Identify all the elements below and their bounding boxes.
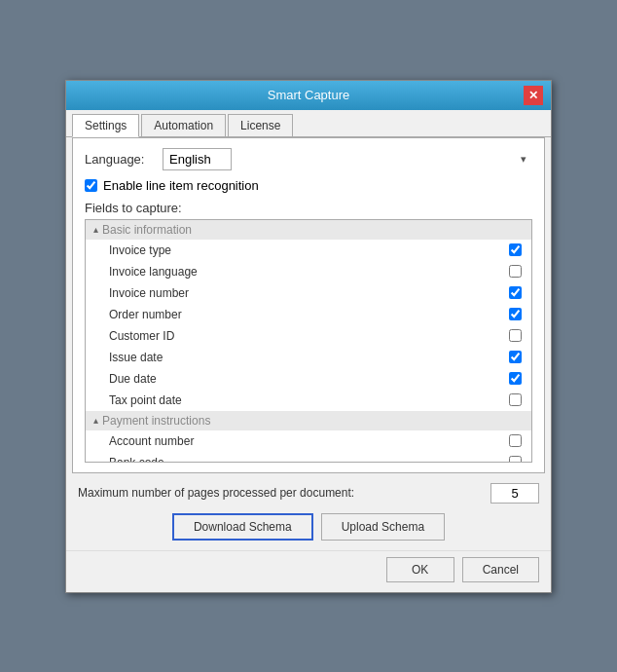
checkbox-invoice-number[interactable] [509, 286, 522, 299]
language-select-wrapper: English [163, 148, 532, 170]
settings-content: Language: English Enable line item recog… [72, 137, 545, 473]
cancel-button[interactable]: Cancel [462, 557, 539, 582]
tab-license[interactable]: License [228, 114, 293, 136]
window-title: Smart Capture [93, 88, 524, 102]
max-pages-input[interactable] [490, 483, 539, 504]
tab-automation[interactable]: Automation [141, 114, 226, 136]
bottom-section: Maximum number of pages processed per do… [66, 473, 551, 541]
section-payment-label: Payment instructions [102, 414, 210, 428]
fields-container[interactable]: ▴ Basic information Invoice type Invoice… [85, 219, 532, 463]
enable-line-item-checkbox[interactable] [85, 179, 97, 192]
field-invoice-language: Invoice language [86, 261, 531, 282]
ok-button[interactable]: OK [386, 557, 454, 582]
checkbox-account-number[interactable] [509, 434, 522, 447]
enable-line-item-label: Enable line item recognition [103, 178, 259, 193]
tab-bar: Settings Automation License [66, 110, 551, 137]
max-pages-row: Maximum number of pages processed per do… [78, 483, 539, 504]
field-customer-id: Customer ID [86, 325, 531, 347]
checkbox-due-date[interactable] [509, 372, 522, 385]
tab-settings[interactable]: Settings [72, 114, 139, 137]
fields-label: Fields to capture: [85, 201, 532, 215]
section-basic-information: ▴ Basic information [86, 220, 531, 240]
language-row: Language: English [85, 148, 532, 170]
ok-cancel-row: OK Cancel [66, 550, 551, 592]
collapse-arrow-basic: ▴ [93, 224, 98, 235]
section-basic-label: Basic information [102, 223, 192, 237]
enable-line-item-row: Enable line item recognition [85, 178, 532, 193]
close-button[interactable]: ✕ [524, 86, 543, 105]
checkbox-bank-code[interactable] [509, 456, 522, 463]
field-issue-date: Issue date [86, 347, 531, 368]
checkbox-tax-point-date[interactable] [509, 393, 522, 406]
language-label: Language: [85, 152, 163, 167]
checkbox-customer-id[interactable] [509, 329, 522, 342]
checkbox-order-number[interactable] [509, 308, 522, 320]
language-select[interactable]: English [163, 148, 232, 170]
field-account-number: Account number [86, 430, 531, 452]
smart-capture-window: Smart Capture ✕ Settings Automation Lice… [65, 80, 552, 593]
field-order-number: Order number [86, 304, 531, 325]
section-payment-instructions: ▴ Payment instructions [86, 411, 531, 430]
field-tax-point-date: Tax point date [86, 390, 531, 411]
field-invoice-type: Invoice type [86, 240, 531, 261]
max-pages-label: Maximum number of pages processed per do… [78, 486, 490, 500]
checkbox-invoice-type[interactable] [509, 243, 522, 256]
title-bar: Smart Capture ✕ [66, 81, 551, 110]
schema-buttons-row: Download Schema Upload Schema [78, 513, 539, 541]
collapse-arrow-payment: ▴ [93, 415, 98, 426]
download-schema-button[interactable]: Download Schema [172, 513, 313, 541]
checkbox-invoice-language[interactable] [509, 265, 522, 278]
field-due-date: Due date [86, 368, 531, 390]
field-invoice-number: Invoice number [86, 282, 531, 304]
upload-schema-button[interactable]: Upload Schema [321, 513, 445, 541]
field-bank-code: Bank code [86, 452, 531, 463]
checkbox-issue-date[interactable] [509, 351, 522, 363]
